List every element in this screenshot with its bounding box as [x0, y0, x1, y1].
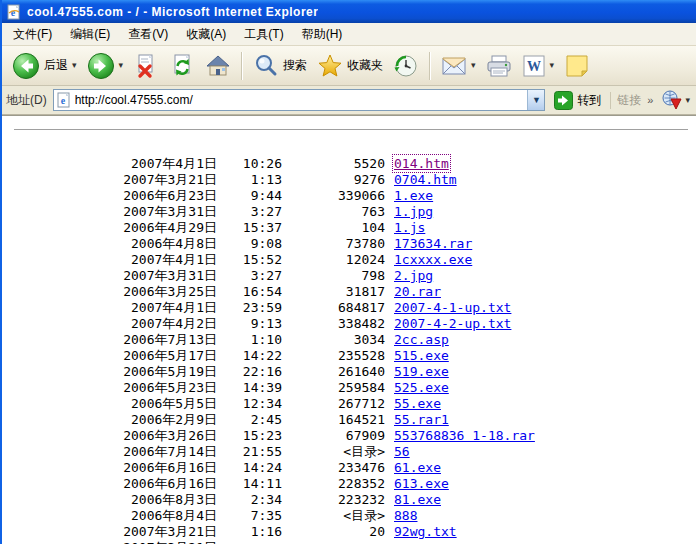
edit-dropdown-icon[interactable]: ▾	[550, 61, 555, 70]
row-name: 2.jpg	[394, 268, 433, 284]
file-link[interactable]: 525.exe	[394, 380, 449, 395]
notes-button[interactable]	[560, 51, 594, 81]
file-link[interactable]: 2.jpg	[394, 268, 433, 283]
file-link[interactable]: 2007-4-1-up.txt	[394, 300, 511, 315]
file-link[interactable]: 0704.htm	[394, 172, 457, 187]
row-name: 1.js	[394, 220, 425, 236]
menu-favorites[interactable]: 收藏(A)	[177, 23, 235, 46]
row-time: 15:37	[217, 220, 282, 236]
file-link[interactable]: 55.exe	[394, 396, 441, 411]
file-link[interactable]: 92wg.txt	[394, 524, 457, 539]
file-link[interactable]: 20.rar	[394, 284, 441, 299]
listing-row: 2006年8月4日 7:35 <目录> 888	[2, 508, 696, 524]
forward-dropdown-icon[interactable]: ▾	[119, 61, 124, 70]
mail-dropdown-icon[interactable]: ▾	[471, 61, 476, 70]
row-name: 553768836 1-18.rar	[394, 428, 535, 444]
address-input[interactable]	[72, 91, 528, 109]
convert-to-pdf-button[interactable]: ▾	[659, 88, 692, 112]
row-name: 56	[394, 444, 410, 460]
home-button[interactable]	[201, 51, 235, 81]
listing-row: 2006年3月25日 16:54 31817 20.rar	[2, 284, 696, 300]
menu-tools[interactable]: 工具(T)	[235, 23, 292, 46]
links-label[interactable]: 链接	[617, 92, 641, 109]
row-date: 2006年5月23日	[2, 380, 217, 396]
row-size: 235528	[282, 348, 385, 364]
file-link[interactable]: 1.jpg	[394, 204, 433, 219]
row-name: 515.exe	[394, 348, 449, 364]
file-link[interactable]: 014.htm	[394, 156, 449, 171]
row-date: 2007年4月1日	[2, 156, 217, 172]
file-link[interactable]: 519.exe	[394, 364, 449, 379]
menu-help[interactable]: 帮助(H)	[293, 23, 352, 46]
file-link[interactable]: 2cc.asp	[394, 332, 449, 347]
row-name: 2cc.asp	[394, 332, 449, 348]
menu-file[interactable]: 文件(F)	[4, 23, 61, 46]
forward-button[interactable]: ▾	[83, 50, 128, 82]
back-button[interactable]: 后退 ▾	[8, 50, 81, 82]
file-link[interactable]: 515.exe	[394, 348, 449, 363]
menu-edit[interactable]: 编辑(E)	[61, 23, 119, 46]
row-size: 259584	[282, 380, 385, 396]
mail-button[interactable]: ▾	[437, 51, 480, 81]
row-size: 684817	[282, 300, 385, 316]
row-name: 1.exe	[394, 188, 433, 204]
listing-rows: 2007年4月1日 10:26 5520 014.htm 2007年3月21日 …	[2, 156, 696, 544]
forward-icon	[87, 52, 115, 80]
address-dropdown-button[interactable]: ▼	[527, 90, 544, 110]
row-time: 1:13	[217, 172, 282, 188]
file-link[interactable]: 888	[394, 508, 417, 523]
history-button[interactable]	[389, 51, 423, 81]
row-date: 2007年3月21日	[2, 524, 217, 540]
window-title: cool.47555.com - / - Microsoft Internet …	[27, 5, 318, 19]
pdf-dropdown-icon[interactable]: ▾	[685, 96, 690, 105]
go-label: 转到	[577, 92, 601, 109]
row-date: 2006年6月16日	[2, 476, 217, 492]
favorites-button[interactable]: 收藏夹	[313, 51, 387, 81]
listing-row: 2007年4月1日 15:52 12024 1cxxxx.exe	[2, 252, 696, 268]
svg-text:e: e	[60, 95, 65, 106]
file-link[interactable]: 81.exe	[394, 492, 441, 507]
links-chevron-icon[interactable]: »	[647, 94, 653, 106]
menu-view[interactable]: 查看(V)	[119, 23, 177, 46]
file-link[interactable]: 173634.rar	[394, 236, 472, 251]
listing-row: 2006年5月5日 12:34 267712 55.exe	[2, 396, 696, 412]
file-link[interactable]: 56	[394, 444, 410, 459]
row-size: 228352	[282, 476, 385, 492]
row-size: 12024	[282, 252, 385, 268]
row-name: 61.exe	[394, 460, 441, 476]
file-link[interactable]: 613.exe	[394, 476, 449, 491]
address-label: 地址(D)	[6, 92, 47, 109]
file-link[interactable]: 1.js	[394, 220, 425, 235]
row-name: 55.exe	[394, 396, 441, 412]
refresh-button[interactable]	[165, 51, 199, 81]
row-name: 0704.htm	[394, 172, 457, 188]
file-link[interactable]: 61.exe	[394, 460, 441, 475]
print-button[interactable]	[482, 51, 516, 81]
row-size: 164521	[282, 412, 385, 428]
back-icon	[12, 52, 40, 80]
row-time: 14:22	[217, 348, 282, 364]
row-date: 2007年4月2日	[2, 316, 217, 332]
file-link[interactable]: 553768836 1-18.rar	[394, 428, 535, 443]
file-link[interactable]: 1.exe	[394, 188, 433, 203]
row-time: 15:23	[217, 428, 282, 444]
row-size: 339066	[282, 188, 385, 204]
row-date: 2006年4月29日	[2, 220, 217, 236]
row-time: 3:27	[217, 204, 282, 220]
row-date: 2006年8月3日	[2, 492, 217, 508]
row-size: 104	[282, 220, 385, 236]
file-link[interactable]: 2007-4-2-up.txt	[394, 316, 511, 331]
address-field[interactable]: e ▼	[53, 89, 546, 111]
edit-word-button[interactable]: W ▾	[518, 52, 559, 80]
search-button[interactable]: 搜索	[249, 51, 311, 81]
file-link[interactable]: 1cxxxx.exe	[394, 252, 472, 267]
listing-row: 2006年2月9日 2:45 164521 55.rar1	[2, 412, 696, 428]
back-dropdown-icon[interactable]: ▾	[72, 61, 77, 70]
go-button[interactable]: 转到	[551, 90, 604, 111]
search-icon	[253, 53, 279, 79]
history-icon	[393, 53, 419, 79]
row-time: 2:45	[217, 412, 282, 428]
go-icon	[554, 91, 573, 110]
file-link[interactable]: 55.rar1	[394, 412, 449, 427]
stop-button[interactable]	[129, 51, 163, 81]
